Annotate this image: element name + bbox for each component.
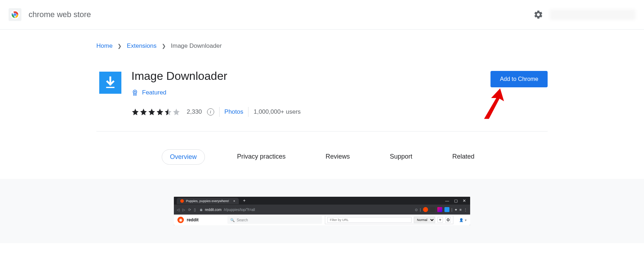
extension-info: Image Downloader Featured 2,330 xyxy=(99,70,301,117)
info-icon[interactable]: i xyxy=(207,108,214,115)
user-email-blurred[interactable] xyxy=(550,9,635,20)
ss-reload-icon: ⟳ xyxy=(188,208,191,212)
ss-browser-tab: Puppies, puppies everywhere! × xyxy=(177,198,239,204)
users-count: 1,000,000+ users xyxy=(253,108,301,115)
ss-puzzle-icon: ✦ xyxy=(454,208,457,212)
tab-reviews[interactable]: Reviews xyxy=(318,149,358,165)
star-filled-icon xyxy=(140,108,147,116)
screenshot-image[interactable]: Puppies, puppies everywhere! × + — ▢ ✕ ◁… xyxy=(174,197,470,225)
breadcrumb-current: Image Downloader xyxy=(171,42,222,50)
extension-stats: 2,330 i Photos 1,000,000+ users xyxy=(131,107,301,117)
ss-search-placeholder: Search xyxy=(237,218,248,222)
header-left: chrome web store xyxy=(9,8,91,21)
featured-badge-icon xyxy=(131,89,139,96)
tab-overview[interactable]: Overview xyxy=(162,149,205,165)
ss-new-tab-icon: + xyxy=(243,198,246,203)
ss-ext-icon xyxy=(423,207,428,212)
ss-reddit-search: 🔍 Search xyxy=(227,216,322,224)
svg-point-6 xyxy=(134,91,136,92)
ratings-count[interactable]: 2,330 xyxy=(187,108,202,115)
ss-ext-icon xyxy=(430,207,435,212)
breadcrumb-home[interactable]: Home xyxy=(96,42,112,50)
ss-tab-title: Puppies, puppies everywhere! xyxy=(186,199,229,203)
ss-window-controls: — ▢ ✕ xyxy=(445,199,469,203)
install-area: Add to Chrome xyxy=(490,70,548,87)
ss-close-icon: ✕ xyxy=(463,199,466,203)
ss-lock-icon xyxy=(200,208,203,211)
main-content: Home ❯ Extensions ❯ Image Downloader Ima… xyxy=(89,30,555,179)
ss-chevron-down-icon: ▾ xyxy=(465,218,467,222)
ss-search-icon: 🔍 xyxy=(230,218,235,222)
tab-support[interactable]: Support xyxy=(382,149,420,165)
ss-reddit-logo-icon: ◉ xyxy=(177,217,184,223)
ss-settings-button: ⚙ xyxy=(445,217,451,223)
rating-stars[interactable] xyxy=(131,108,180,116)
store-header: chrome web store xyxy=(0,0,644,30)
featured-label: Featured xyxy=(142,89,166,96)
star-filled-icon xyxy=(131,108,139,116)
ss-home-icon: ▯ xyxy=(194,208,196,212)
tab-related[interactable]: Related xyxy=(444,149,482,165)
add-to-chrome-button[interactable]: Add to Chrome xyxy=(490,71,548,87)
chevron-right-icon: ❯ xyxy=(162,43,166,49)
star-filled-icon xyxy=(156,108,164,116)
divider xyxy=(248,107,248,117)
ss-more-icon: ⋮ xyxy=(464,208,467,212)
ss-plus-button: + xyxy=(437,217,443,223)
annotation-arrow-icon xyxy=(478,87,510,122)
ss-forward-icon: ▷ xyxy=(182,208,185,212)
ss-size-select: Normal xyxy=(414,217,435,223)
extension-icon xyxy=(99,72,121,94)
ss-url-bar: reddit.com/r/puppies/top/?t=all xyxy=(200,208,411,212)
breadcrumb: Home ❯ Extensions ❯ Image Downloader xyxy=(96,30,548,57)
star-half-icon xyxy=(164,108,172,116)
ss-page-content: ◉ reddit 🔍 Search Normal + ⚙ 👤 ▾ xyxy=(174,215,470,225)
ss-reddit-label: reddit xyxy=(187,217,198,222)
store-title[interactable]: chrome web store xyxy=(29,10,91,19)
svg-rect-4 xyxy=(106,87,114,88)
svg-point-3 xyxy=(14,14,16,16)
breadcrumb-extensions[interactable]: Extensions xyxy=(127,42,156,50)
ss-maximize-icon: ▢ xyxy=(454,199,458,203)
ss-back-icon: ◁ xyxy=(177,208,180,212)
extension-header: Image Downloader Featured 2,330 xyxy=(96,57,548,132)
ss-reddit-logo: ◉ reddit xyxy=(174,215,227,225)
ss-user-menu: 👤 ▾ xyxy=(456,215,470,225)
chevron-right-icon: ❯ xyxy=(117,43,122,49)
header-right xyxy=(533,9,635,20)
ss-ext-icon xyxy=(444,207,449,212)
tab-privacy[interactable]: Privacy practices xyxy=(229,149,293,165)
ss-window-titlebar: Puppies, puppies everywhere! × + — ▢ ✕ xyxy=(174,197,470,205)
ss-extension-icons: ⊙ | | ✦ ≡ ⋮ xyxy=(415,207,467,212)
category-link[interactable]: Photos xyxy=(225,108,243,115)
ss-filter-input xyxy=(327,217,412,223)
ss-favicon-icon xyxy=(180,199,184,203)
ss-url-path: /r/puppies/top/?t=all xyxy=(224,208,255,212)
ss-tab-close-icon: × xyxy=(233,199,235,203)
detail-tabs: Overview Privacy practices Reviews Suppo… xyxy=(96,132,548,179)
star-empty-icon xyxy=(172,108,180,116)
featured-badge[interactable]: Featured xyxy=(131,89,301,96)
ss-url-host: reddit.com xyxy=(205,208,222,212)
ss-extension-popup: Normal + ⚙ xyxy=(325,216,453,224)
ss-browser-toolbar: ◁ ▷ ⟳ ▯ reddit.com/r/puppies/top/?t=all … xyxy=(174,205,470,215)
chrome-logo-icon xyxy=(9,8,21,21)
ss-ext-icon xyxy=(437,207,442,212)
ss-menu-icon: ≡ xyxy=(459,208,462,212)
star-filled-icon xyxy=(148,108,156,116)
ss-user-icon: 👤 xyxy=(459,218,463,222)
divider xyxy=(219,107,220,117)
extension-meta: Image Downloader Featured 2,330 xyxy=(131,70,301,117)
ss-nav-icons: ◁ ▷ ⟳ ▯ xyxy=(177,208,196,212)
screenshot-carousel: Puppies, puppies everywhere! × + — ▢ ✕ ◁… xyxy=(0,179,644,243)
settings-gear-icon[interactable] xyxy=(533,10,543,20)
ss-minimize-icon: — xyxy=(445,199,449,203)
extension-title: Image Downloader xyxy=(131,70,301,83)
